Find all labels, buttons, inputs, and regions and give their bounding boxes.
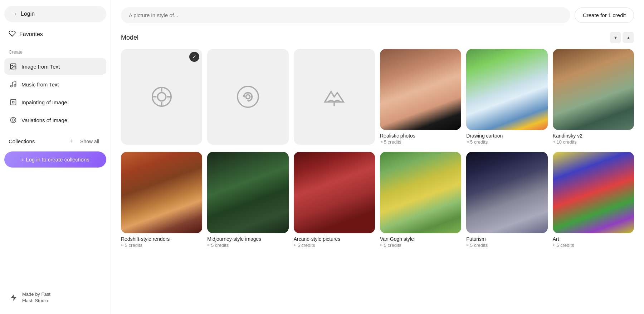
style-card-futurism[interactable]: Futurism ≈ 5 credits	[466, 152, 547, 248]
style-name: Redshift-style renders	[121, 236, 202, 242]
search-input[interactable]	[129, 12, 562, 18]
style-credits: ≈ 5 credits	[380, 243, 461, 248]
model-card-stable-diffusion[interactable]: ✓ Stable Diffusion ≈ 1 credit	[121, 49, 202, 145]
models-grid: ✓ Stable Diffusion ≈ 1 credit DALL·E 2 ≈…	[121, 49, 634, 145]
model-card-image	[207, 49, 288, 145]
search-input-wrap[interactable]	[121, 7, 570, 23]
style-card-image	[553, 152, 634, 233]
style-name: Arcane-style pictures	[294, 236, 375, 242]
svg-point-3	[14, 85, 16, 86]
inpainting-icon	[9, 98, 17, 106]
style-credits: ≈ 5 credits	[294, 243, 375, 248]
svg-marker-7	[11, 294, 17, 301]
sidebar-item-label: Music from Text	[21, 81, 59, 88]
model-card-image	[380, 49, 461, 130]
sidebar-item-inpainting[interactable]: Inpainting of Image	[4, 94, 106, 110]
style-credits: ≈ 5 credits	[553, 243, 634, 248]
made-by-row: Made by Fast Flash Studio	[4, 287, 106, 308]
model-card-image	[294, 49, 375, 145]
svg-point-6	[12, 119, 15, 121]
style-card-arcane[interactable]: Arcane-style pictures ≈ 5 credits	[294, 152, 375, 248]
variations-icon	[9, 116, 17, 124]
sidebar-item-label: Inpainting of Image	[21, 99, 67, 105]
sidebar-item-variations[interactable]: Variations of Image	[4, 112, 106, 128]
model-card-image	[466, 49, 547, 130]
model-card-dall-e-2[interactable]: DALL·E 2 ≈ 5 credits	[207, 49, 288, 145]
style-card-image	[294, 152, 375, 233]
svg-point-2	[11, 85, 13, 87]
arrow-icon: →	[11, 11, 17, 17]
model-name: Realistic photos	[380, 133, 461, 139]
collections-row: Collections + Show all	[4, 134, 106, 149]
flash-icon	[9, 293, 19, 303]
image-icon	[9, 63, 17, 70]
heart-icon	[9, 30, 16, 39]
show-all-button[interactable]: Show all	[77, 137, 102, 146]
style-name: Art	[553, 236, 634, 242]
svg-point-9	[157, 93, 166, 101]
sidebar: → Login Favorites Create Image from Text	[0, 0, 111, 314]
login-button[interactable]: → Login	[4, 6, 106, 22]
favorites-item[interactable]: Favorites	[4, 26, 106, 42]
style-name: Van Gogh style	[380, 236, 461, 242]
model-credits: ≈ 10 credits	[553, 139, 634, 145]
style-card-redshift[interactable]: Redshift-style renders ≈ 5 credits	[121, 152, 202, 248]
create-section-label: Create	[4, 48, 106, 56]
style-card-midjourney[interactable]: Midjourney-style images ≈ 5 credits	[207, 152, 288, 248]
model-card-drawing-cartoon[interactable]: Drawing cartoon ≈ 5 credits	[466, 49, 547, 145]
model-credits: ≈ 5 credits	[380, 139, 461, 145]
svg-point-14	[246, 95, 250, 99]
style-card-image	[466, 152, 547, 233]
model-section-header: Model ▾ ▴	[121, 32, 634, 43]
login-label: Login	[21, 11, 35, 17]
main-content: Create for 1 credit Model ▾ ▴	[111, 0, 644, 314]
made-by-text: Made by Fast Flash Studio	[22, 291, 50, 304]
log-in-collections-label: + Log in to create collections	[21, 156, 89, 163]
collections-label: Collections	[9, 138, 65, 144]
add-collection-button[interactable]: +	[67, 137, 75, 146]
model-credits: ≈ 5 credits	[466, 139, 547, 145]
log-in-collections-button[interactable]: + Log in to create collections	[4, 151, 106, 168]
style-card-image	[380, 152, 461, 233]
svg-rect-4	[11, 100, 16, 105]
styles-grid: Redshift-style renders ≈ 5 credits Midjo…	[121, 152, 634, 248]
create-button[interactable]: Create for 1 credit	[575, 8, 634, 23]
model-card-midjourney[interactable]: Midjourney ≈ 1 credit (only prompt)	[294, 49, 375, 145]
style-name: Futurism	[466, 236, 547, 242]
style-name: Midjourney-style images	[207, 236, 288, 242]
style-credits: ≈ 5 credits	[466, 243, 547, 248]
style-card-image	[121, 152, 202, 233]
style-credits: ≈ 5 credits	[121, 243, 202, 248]
model-label: Model	[121, 34, 138, 41]
model-card-realistic-photos[interactable]: Realistic photos ≈ 5 credits	[380, 49, 461, 145]
style-card-image	[207, 152, 288, 233]
style-credits: ≈ 5 credits	[207, 243, 288, 248]
collapse-up-button[interactable]: ▴	[623, 32, 634, 43]
collapse-buttons: ▾ ▴	[610, 32, 634, 43]
collapse-down-button[interactable]: ▾	[610, 32, 621, 43]
model-card-kandinsky-v2[interactable]: Kandinsky v2 ≈ 10 credits	[553, 49, 634, 145]
sidebar-item-label: Image from Text	[21, 64, 60, 70]
favorites-label: Favorites	[19, 31, 43, 38]
model-name: Drawing cartoon	[466, 133, 547, 139]
svg-point-1	[12, 65, 13, 66]
style-card-van-gogh[interactable]: Van Gogh style ≈ 5 credits	[380, 152, 461, 248]
search-bar-row: Create for 1 credit	[121, 7, 634, 23]
sidebar-item-image-from-text[interactable]: Image from Text	[4, 58, 106, 75]
model-card-image	[553, 49, 634, 130]
svg-point-5	[11, 118, 16, 123]
sidebar-item-label: Variations of Image	[21, 117, 67, 123]
model-name: Kandinsky v2	[553, 133, 634, 139]
model-card-image: ✓	[121, 49, 202, 145]
music-icon	[9, 80, 17, 88]
sidebar-item-music-from-text[interactable]: Music from Text	[4, 76, 106, 93]
style-card-art[interactable]: Art ≈ 5 credits	[553, 152, 634, 248]
